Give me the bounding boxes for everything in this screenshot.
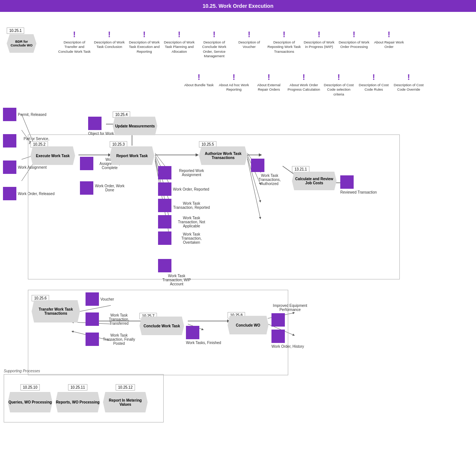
permit-input: Permit, Released — [3, 108, 55, 121]
reviewed-transaction-label: Reviewed Transaction — [340, 190, 377, 194]
wtt-finally-posted-icon — [86, 333, 99, 346]
update-label: Update Measurements — [115, 124, 155, 128]
work-order-done-label: Work Order, Work Done — [95, 184, 125, 192]
title-bar: 10.25. Work Order Execution — [0, 0, 476, 12]
work-order-reported-icon — [158, 182, 171, 196]
desc-text-adhoc: About Ad hoc Work Reporting — [217, 83, 251, 92]
wtt-wip-icon — [158, 259, 171, 272]
page-title: 10.25. Work Order Execution — [203, 3, 273, 9]
report-label: Report Work Task — [116, 154, 148, 158]
transfer-process-container[interactable]: Transfer Work Task Transactions — [32, 300, 80, 323]
wtt-transferred-output: Work Task Transaction, Transferred — [86, 312, 138, 326]
conclude-task-process[interactable]: Conclude Work Task — [139, 317, 184, 335]
wtt-transferred-icon — [86, 312, 99, 326]
work-order-icon — [3, 187, 16, 200]
desc-item-wip[interactable]: ! Description of Work in Progress (WIP) — [302, 30, 336, 58]
wtt-wip-container: Work Task Transaction, WIP Account — [158, 259, 195, 286]
supporting-label: Supporting Processes — [4, 369, 40, 373]
work-tasks-finished-icon — [186, 326, 199, 339]
reports-label: Reports, WO Processing — [56, 400, 99, 404]
desc-item-transfer[interactable]: ! Description of Transfer and Conclude W… — [58, 30, 91, 58]
wtt-not-applicable-icon — [158, 215, 171, 228]
desc-text-reposting: Description of Reposting Work Task Trans… — [267, 40, 301, 54]
desc-text-repair: About Repair Work Order — [372, 40, 406, 49]
report-outputs: Reported Work Assignment Work Order, Rep… — [158, 166, 210, 245]
supporting-processes-box: 10.25.10 Queries, WO Processing 10.25.11… — [4, 374, 164, 422]
desc-item-progress[interactable]: ! About Work Order Progress Calculation — [287, 73, 321, 97]
desc-text-cost-rules: Description of Cost Code Rules — [357, 83, 390, 92]
reported-assignment-output: Reported Work Assignment — [158, 166, 210, 179]
desc-text-voucher: Description of Voucher — [232, 40, 266, 49]
report-in-label: Report In Metering Values — [103, 398, 148, 406]
reports-container[interactable]: 10.25.11 Reports, WO Processing — [55, 384, 100, 412]
desc-text-wip: Description of Work in Progress (WIP) — [302, 40, 336, 49]
authorize-label: Authorize Work Task Transactions — [199, 152, 247, 160]
reports-process[interactable]: Reports, WO Processing — [55, 392, 100, 412]
desc-item-reposting[interactable]: ! Description of Reposting Work Task Tra… — [267, 30, 301, 58]
queries-label: Queries, WO Processing — [9, 400, 52, 404]
conclude-wo-process[interactable]: Conclude WO — [228, 316, 268, 334]
bdr-shape[interactable]: BDR for Conclude WO — [7, 34, 36, 53]
conclude-wo-label: Conclude WO — [236, 323, 260, 327]
wtt-wip-label: Work Task Transaction, WIP Account — [158, 274, 195, 286]
wtt-not-applicable-label: Work Task Transaction, Not Applicable — [173, 216, 210, 228]
reviewed-transaction-icon — [340, 175, 354, 189]
work-order-reported-label: Work Order, Reported — [173, 187, 209, 191]
wtt-authorized-container: Work Task Transactions, Authorized — [251, 159, 288, 186]
desc-item-voucher[interactable]: ! Description of Voucher — [232, 30, 266, 58]
work-order-done-output: Work Order, Work Done — [80, 181, 125, 195]
reviewed-transaction-container: Reviewed Transaction — [340, 175, 377, 194]
desc-item-cost-selection[interactable]: ! Description of Cost Code selection cri… — [322, 73, 356, 97]
desc-text-conclusion: Description of Work Task Conclusion — [93, 40, 126, 49]
update-process[interactable]: Update Measurements — [113, 117, 157, 135]
desc-item-planning[interactable]: ! Description of Work Task Planning and … — [163, 30, 196, 58]
desc-item-cost-rules[interactable]: ! Description of Cost Code Rules — [357, 73, 390, 97]
transfer-outputs: Voucher Work Task Transaction, Transferr… — [86, 292, 138, 346]
voucher-icon — [86, 292, 99, 306]
desc-item-wo-processing[interactable]: ! Description of Work Order Processing — [337, 30, 371, 58]
desc-item-conclusion[interactable]: ! Description of Work Task Conclusion — [93, 30, 126, 58]
conclude-task-label: Conclude Work Task — [144, 324, 180, 328]
transfer-process[interactable]: Transfer Work Task Transactions — [32, 300, 80, 323]
calculate-label: Calculate and Review Job Costs — [292, 177, 337, 185]
reported-assignment-label: Reported Work Assignment — [173, 169, 210, 177]
conclude-wo-process-container[interactable]: Conclude WO — [228, 316, 268, 334]
supporting-processes-label: Supporting Processes — [4, 369, 40, 373]
wtt-reported-output: Work Task Transaction, Reported — [158, 199, 210, 212]
report-in-process[interactable]: Report In Metering Values — [103, 392, 148, 412]
desc-text-bundle: About Bundle Task — [184, 83, 213, 87]
queries-container[interactable]: 10.25.10 Queries, WO Processing — [8, 384, 52, 412]
authorize-process[interactable]: Authorize Work Task Transactions — [199, 146, 247, 165]
bdr-tag-container: 10.25.1 — [7, 27, 24, 34]
wtt-not-applicable-output: Work Task Transaction, Not Applicable — [158, 215, 210, 228]
desc-item-repair[interactable]: ! About Repair Work Order — [372, 30, 406, 58]
queries-process[interactable]: Queries, WO Processing — [8, 392, 52, 412]
execute-label: Execute Work Task — [36, 154, 70, 158]
conclude-task-process-container[interactable]: Conclude Work Task — [139, 317, 184, 335]
desc-item-external[interactable]: ! About External Repair Orders — [252, 73, 286, 97]
wtt-finally-posted-label: Work Task Transaction, Finally Posted — [100, 333, 138, 346]
work-order-done-icon — [80, 181, 93, 195]
update-process-container[interactable]: Update Measurements — [113, 117, 157, 135]
calculate-process[interactable]: Calculate and Review Job Costs — [292, 172, 337, 190]
authorize-process-container[interactable]: Authorize Work Task Transactions — [199, 146, 247, 165]
report-process[interactable]: Report Work Task — [110, 146, 154, 165]
desc-item-adhoc[interactable]: ! About Ad hoc Work Reporting — [217, 73, 251, 97]
calculate-process-container[interactable]: Calculate and Review Job Costs — [292, 172, 337, 190]
bdr-shape-container[interactable]: BDR for Conclude WO — [7, 34, 36, 53]
desc-item-execution[interactable]: ! Description of Work Task Execution and… — [128, 30, 161, 58]
wtt-transferred-label: Work Task Transaction, Transferred — [100, 313, 138, 325]
wtt-overtaken-label: Work Task Transaction, Overtaken — [173, 232, 210, 244]
desc-text-wo-processing: Description of Work Order Processing — [337, 40, 371, 49]
reports-tag: 10.25.11 — [68, 384, 88, 390]
improved-equipment-icon — [271, 313, 285, 327]
desc-text-external: About External Repair Orders — [252, 83, 286, 92]
report-process-container[interactable]: Report Work Task — [110, 146, 154, 165]
descriptions-row1: ! Description of Transfer and Conclude W… — [58, 30, 406, 58]
execute-process[interactable]: Execute Work Task — [30, 146, 75, 165]
desc-item-cost-override[interactable]: ! Description of Cost Code Override — [392, 73, 425, 97]
execute-process-container[interactable]: Execute Work Task — [30, 146, 75, 165]
desc-item-bundle[interactable]: ! About Bundle Task — [182, 73, 216, 97]
desc-item-conclude[interactable]: ! Description of Conclude Work Order, Se… — [197, 30, 231, 58]
report-in-container[interactable]: 10.25.12 Report In Metering Values — [103, 384, 148, 412]
